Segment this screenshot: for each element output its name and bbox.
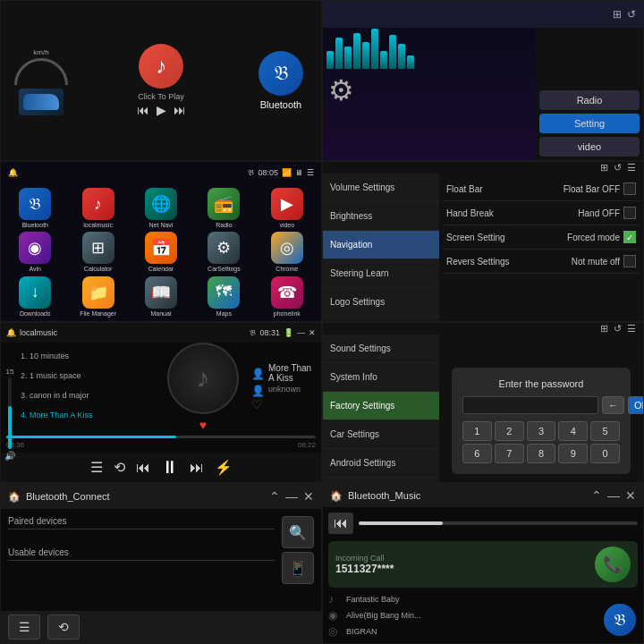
app-avin[interactable]: ◉ Avin: [4, 231, 65, 273]
bt-prev-button[interactable]: ⏮: [328, 513, 353, 534]
volume-control: 15 🔊: [4, 368, 15, 461]
menu-logo-settings[interactable]: Logo Settings: [323, 288, 439, 317]
backspace-button[interactable]: ←: [602, 396, 624, 414]
menu-navigation[interactable]: Navigation: [323, 231, 439, 259]
app-localmusic[interactable]: ♪ localmusic: [67, 187, 128, 229]
numpad-4[interactable]: 4: [558, 421, 588, 441]
close-icon-2[interactable]: ✕: [303, 489, 314, 504]
repeat-button[interactable]: ⟲: [114, 459, 125, 476]
app-bluetooth[interactable]: 𝔅 Bluetooth: [4, 187, 65, 229]
play-button[interactable]: ▶: [157, 103, 166, 117]
app-radio[interactable]: 📻 Radio: [193, 187, 254, 229]
ok-button[interactable]: OK: [628, 396, 644, 414]
playback-controls[interactable]: ⏮ ▶ ⏭: [137, 103, 186, 117]
hand-break-checkbox[interactable]: [623, 207, 636, 219]
menu-sound-settings[interactable]: Sound Settings: [323, 335, 439, 363]
nav-icon: ⊞: [613, 8, 622, 21]
menu-steering-learn[interactable]: Steering Learn: [323, 259, 439, 288]
menu-volume-settings[interactable]: Volume Settings: [323, 174, 439, 202]
minimize-icon[interactable]: —: [297, 328, 305, 337]
track-1[interactable]: 1. 10 minutes: [17, 346, 157, 366]
numpad-1[interactable]: 1: [462, 421, 492, 441]
minimize-icon-2[interactable]: —: [285, 489, 298, 504]
numpad-8[interactable]: 8: [527, 444, 556, 463]
next-track-button[interactable]: ⏭: [190, 460, 204, 476]
close-icon[interactable]: ✕: [309, 328, 316, 337]
prev-track-button[interactable]: ⏮: [136, 460, 150, 476]
footer-btn-2[interactable]: ⟲: [47, 614, 80, 640]
bluetooth-area[interactable]: 𝔅 Bluetooth: [241, 44, 321, 117]
play-pause-button[interactable]: ⏸: [161, 457, 179, 478]
artist-label: unknown: [268, 385, 301, 394]
signal-icon: 📶: [282, 168, 292, 177]
search-button[interactable]: 🔍: [282, 516, 314, 548]
phone-button[interactable]: 📱: [282, 552, 314, 584]
next-button[interactable]: ⏭: [174, 103, 186, 117]
numpad-2[interactable]: 2: [495, 421, 524, 441]
app-carsettings[interactable]: ⚙ CarSettings: [193, 231, 254, 273]
app-phonelink[interactable]: ☎ phonelink: [257, 275, 318, 318]
setting-button[interactable]: Setting: [539, 114, 640, 133]
app-maps[interactable]: 🗺 Maps: [193, 275, 254, 318]
app-calculator[interactable]: ⊞ Calculator: [67, 231, 128, 273]
bt-track-1[interactable]: ♪ Fantastic Baby: [328, 593, 638, 606]
menu-system-info[interactable]: System Info: [323, 363, 439, 392]
minimize-icon-3[interactable]: —: [607, 488, 620, 503]
app-filemanager[interactable]: 📁 File Manager: [67, 275, 128, 318]
playlist-button[interactable]: ☰: [90, 459, 103, 476]
video-button[interactable]: video: [539, 137, 640, 157]
maps-app-icon: 🗺: [208, 276, 240, 309]
numpad-7[interactable]: 7: [495, 444, 524, 463]
numpad-3[interactable]: 3: [527, 421, 556, 441]
numpad-0[interactable]: 0: [590, 444, 620, 463]
app-netnavi[interactable]: 🌐 Net Navi: [131, 187, 191, 229]
chrome-app-label: Chrome: [275, 266, 298, 272]
music-player-area[interactable]: ♪ Click To Play ⏮ ▶ ⏭: [81, 40, 241, 121]
panel-app-grid: 🔔 𝔅 08:05 📶 🖥 ☰ 𝔅 Bluetooth ♪ localmusic…: [0, 161, 322, 322]
revers-settings-checkbox[interactable]: [623, 255, 636, 267]
app-manual[interactable]: 📖 Manual: [131, 275, 191, 318]
screen-setting-checkbox[interactable]: [623, 231, 636, 243]
app-chrome[interactable]: ◎ Chrome: [257, 231, 318, 273]
track-4[interactable]: 4. More Than A Kiss: [17, 405, 157, 425]
footer-btn-1[interactable]: ☰: [8, 614, 40, 640]
player-controls-bar: ☰ ⟲ ⏮ ⏸ ⏭ ⚡: [1, 453, 321, 482]
app-video[interactable]: ▶ video: [257, 187, 318, 229]
menu-brightness[interactable]: Brightness: [323, 202, 439, 231]
float-bar-label: Float Bar: [446, 184, 483, 194]
track-2[interactable]: 2. 1 music space: [17, 366, 157, 386]
bt-seek-bar[interactable]: [359, 521, 638, 525]
favorite-icon[interactable]: ♡: [251, 397, 318, 411]
localmusic-app-icon: ♪: [82, 188, 114, 220]
prev-button[interactable]: ⏮: [137, 103, 149, 117]
header-icons: ⌃ — ✕: [269, 489, 314, 504]
float-bar-checkbox[interactable]: [623, 182, 636, 195]
menu-car-settings[interactable]: Car Settings: [323, 420, 439, 449]
top-status-bar: ⊞ ↺: [323, 1, 643, 28]
track-3[interactable]: 3. canon in d major: [17, 386, 157, 405]
menu-factory-settings[interactable]: Factory Settings: [323, 392, 439, 420]
numpad-6[interactable]: 6: [462, 444, 492, 463]
app-calendar[interactable]: 📅 Calendar: [131, 231, 191, 273]
app-downloads[interactable]: ↓ Downloads: [4, 275, 65, 318]
menu-android-settings[interactable]: Android Settings: [323, 449, 439, 478]
radio-app-icon: 📻: [208, 188, 240, 220]
numpad-5[interactable]: 5: [590, 421, 620, 441]
password-input[interactable]: [462, 396, 598, 414]
radio-button[interactable]: Radio: [539, 90, 640, 110]
eq-bar-1: [326, 51, 334, 69]
bt-track-2[interactable]: ◉ Alive(Big Bang Min...: [328, 609, 638, 622]
album-note-icon: ♪: [197, 363, 210, 394]
numpad-9[interactable]: 9: [558, 444, 588, 463]
bt-seek-fill: [359, 521, 443, 525]
close-icon-3[interactable]: ✕: [625, 488, 636, 503]
album-circle: ♪: [167, 343, 239, 414]
bt-track-3[interactable]: ◎ BIGRAN: [328, 625, 638, 638]
click-to-play-label[interactable]: Click To Play: [138, 92, 183, 101]
status-right: 𝔅 08:05 📶 🖥 ☰: [248, 168, 314, 178]
heart-icon[interactable]: ♥: [199, 418, 207, 432]
equalizer-button[interactable]: ⚡: [215, 459, 233, 476]
maps-app-label: Maps: [216, 310, 232, 317]
answer-button[interactable]: 📞: [595, 547, 631, 582]
progress-bar[interactable]: [6, 436, 316, 438]
